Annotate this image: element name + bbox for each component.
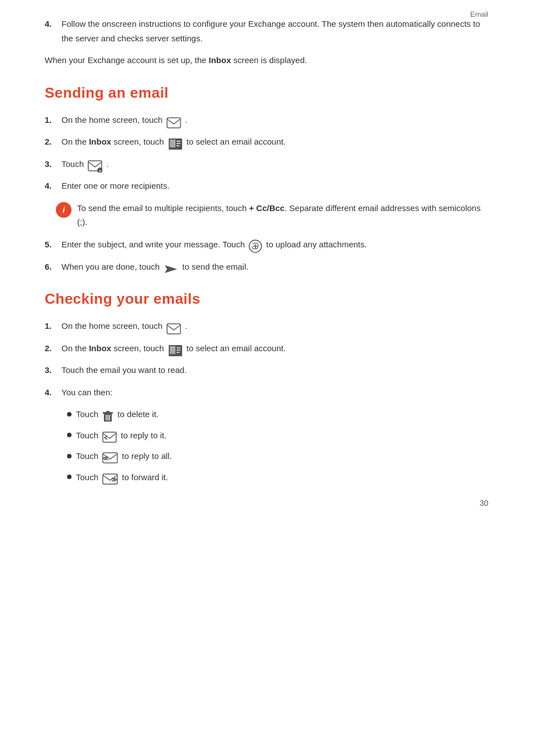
compose-icon: + — [88, 159, 102, 171]
info-text: To send the email to multiple recipients… — [77, 201, 488, 229]
bullet-text: Touch to reply to it. — [76, 428, 166, 443]
step-text: On the Inbox screen, touch to select an … — [61, 135, 488, 149]
bullet-dot — [67, 433, 72, 437]
account-icon — [168, 343, 183, 355]
bullet-reply-all: Touch to reply to all. — [67, 449, 488, 463]
step-number: 4. — [45, 385, 61, 400]
bullet-forward: Touch to forward it. — [67, 470, 488, 485]
page-number: 30 — [479, 499, 488, 508]
bullet-reply: Touch to reply to it. — [67, 428, 488, 443]
sending-step1: 1. On the home screen, touch . — [45, 113, 488, 127]
step-number: 1. — [45, 113, 61, 127]
bullet-list: Touch to delete it. Touch — [67, 407, 488, 484]
bullet-text: Touch to forward it. — [76, 470, 168, 485]
attach-icon — [249, 238, 262, 252]
inbox-note: When your Exchange account is set up, th… — [45, 53, 488, 68]
info-box: i To send the email to multiple recipien… — [56, 201, 488, 229]
svg-rect-18 — [177, 350, 180, 351]
reply-all-icon — [102, 451, 118, 463]
svg-rect-22 — [106, 411, 110, 413]
step-text: Enter the subject, and write your messag… — [61, 237, 488, 252]
svg-rect-14 — [167, 324, 180, 334]
step-text: When you are done, touch to send the ema… — [61, 260, 488, 274]
sending-step4: 4. Enter one or more recipients. — [45, 179, 488, 193]
sending-step3: 3. Touch + . — [45, 157, 488, 171]
bullet-text: Touch to delete it. — [76, 407, 159, 422]
svg-rect-19 — [177, 352, 179, 353]
email-icon — [166, 321, 181, 332]
checking-step1: 1. On the home screen, touch . — [45, 319, 488, 333]
svg-rect-16 — [170, 346, 175, 354]
bullet-dot — [67, 454, 72, 458]
step-text: Touch the email you want to read. — [61, 363, 488, 377]
svg-text:+: + — [99, 169, 102, 173]
email-icon — [166, 115, 181, 126]
page-label: Email — [470, 10, 488, 18]
step-number: 3. — [45, 157, 61, 171]
checking-section-title: Checking your emails — [45, 290, 488, 308]
info-icon: i — [56, 202, 72, 218]
checking-step2: 2. On the Inbox screen, touch to select … — [45, 341, 488, 356]
svg-rect-2 — [170, 140, 175, 147]
forward-icon — [102, 472, 118, 484]
step-text: On the home screen, touch . — [61, 319, 488, 333]
step-number: 4. — [45, 179, 61, 193]
sending-section-title: Sending an email — [45, 84, 488, 102]
bullet-dot — [67, 412, 72, 417]
sending-step5: 5. Enter the subject, and write your mes… — [45, 237, 488, 252]
page-content: Email 4. Follow the onscreen instruction… — [0, 0, 533, 524]
step-number: 1. — [45, 319, 61, 333]
sending-step2: 2. On the Inbox screen, touch to select … — [45, 135, 488, 149]
intro-step4: 4. Follow the onscreen instructions to c… — [45, 17, 488, 45]
checking-step3: 3. Touch the email you want to read. — [45, 363, 488, 377]
bullet-text: Touch to reply to all. — [76, 449, 172, 463]
step-number: 2. — [45, 135, 61, 149]
delete-icon — [102, 409, 113, 421]
step-number: 5. — [45, 237, 61, 252]
step-number: 6. — [45, 260, 61, 274]
step-number: 2. — [45, 341, 61, 356]
step-number: 4. — [45, 17, 61, 31]
svg-rect-0 — [167, 118, 180, 128]
checking-step4: 4. You can then: — [45, 385, 488, 400]
step-text: Touch + . — [61, 157, 488, 171]
sending-step6: 6. When you are done, touch to send the … — [45, 260, 488, 274]
step-text: You can then: — [61, 385, 488, 400]
step-text: On the Inbox screen, touch to select an … — [61, 341, 488, 356]
step-text: Enter one or more recipients. — [61, 179, 488, 193]
send-icon — [164, 261, 178, 274]
svg-rect-17 — [177, 347, 180, 348]
step-number: 3. — [45, 363, 61, 377]
bullet-dot — [67, 475, 72, 479]
bullet-delete: Touch to delete it. — [67, 407, 488, 422]
account-icon — [168, 136, 183, 149]
svg-rect-4 — [177, 143, 180, 144]
reply-icon — [102, 430, 117, 442]
step-text: Follow the onscreen instructions to conf… — [61, 17, 488, 45]
step-text: On the home screen, touch . — [61, 113, 488, 127]
svg-rect-5 — [177, 145, 179, 146]
svg-rect-3 — [177, 141, 180, 142]
